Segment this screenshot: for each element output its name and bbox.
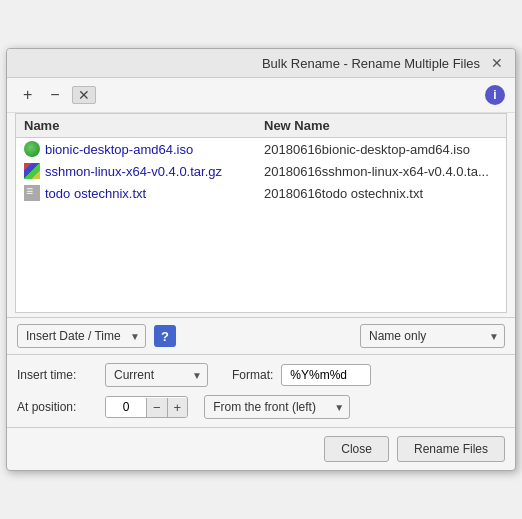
format-input[interactable] — [281, 364, 371, 386]
file-name-3: todo ostechnix.txt — [24, 185, 264, 201]
file-newname-3: 20180616todo ostechnix.txt — [264, 186, 498, 201]
clear-button[interactable]: ✕ — [72, 86, 96, 104]
add-button[interactable]: + — [17, 84, 38, 106]
insert-time-wrapper: Current File modified File created ▼ — [105, 363, 208, 387]
col-newname-header: New Name — [264, 118, 498, 133]
col-name-header: Name — [24, 118, 264, 133]
table-row[interactable]: todo ostechnix.txt 20180616todo ostechni… — [16, 182, 506, 204]
close-button[interactable]: Close — [324, 436, 389, 462]
remove-button[interactable]: − — [44, 84, 65, 106]
title-bar: Bulk Rename - Rename Multiple Files ✕ — [7, 49, 515, 78]
rename-files-button[interactable]: Rename Files — [397, 436, 505, 462]
options-panel: Insert time: Current File modified File … — [7, 354, 515, 427]
file-newname-2: 20180616sshmon-linux-x64-v0.4.0.ta... — [264, 164, 498, 179]
table-row[interactable]: sshmon-linux-x64-v0.4.0.tar.gz 20180616s… — [16, 160, 506, 182]
name-only-wrapper: Name only Name and extension Extension o… — [360, 324, 505, 348]
tar-icon — [24, 163, 40, 179]
name-only-select[interactable]: Name only Name and extension Extension o… — [360, 324, 505, 348]
insert-datetime-select[interactable]: Insert Date / Time — [17, 324, 146, 348]
close-window-button[interactable]: ✕ — [489, 55, 505, 71]
main-window: Bulk Rename - Rename Multiple Files ✕ + … — [6, 48, 516, 471]
at-position-label: At position: — [17, 400, 97, 414]
position-input[interactable] — [106, 397, 146, 417]
position-decrement-button[interactable]: − — [146, 398, 167, 417]
file-name-1: bionic-desktop-amd64.iso — [24, 141, 264, 157]
file-newname-1: 20180616bionic-desktop-amd64.iso — [264, 142, 498, 157]
format-label: Format: — [232, 368, 273, 382]
position-direction-wrapper: From the front (left) From the back (rig… — [204, 395, 350, 419]
options-row-position: At position: − + From the front (left) F… — [17, 395, 505, 419]
position-direction-select[interactable]: From the front (left) From the back (rig… — [204, 395, 350, 419]
help-button[interactable]: ? — [154, 325, 176, 347]
iso-icon — [24, 141, 40, 157]
toolbar: + − ✕ i — [7, 78, 515, 113]
footer-buttons: Close Rename Files — [7, 427, 515, 470]
window-title: Bulk Rename - Rename Multiple Files — [253, 56, 489, 71]
file-name-2: sshmon-linux-x64-v0.4.0.tar.gz — [24, 163, 264, 179]
insert-datetime-wrapper: Insert Date / Time ▼ — [17, 324, 146, 348]
insert-time-label: Insert time: — [17, 368, 97, 382]
info-button[interactable]: i — [485, 85, 505, 105]
position-increment-button[interactable]: + — [167, 398, 188, 417]
file-list-header: Name New Name — [16, 114, 506, 138]
bottom-toolbar: Insert Date / Time ▼ ? Name only Name an… — [7, 317, 515, 354]
txt-icon — [24, 185, 40, 201]
position-input-wrapper: − + — [105, 396, 188, 418]
file-list: Name New Name bionic-desktop-amd64.iso 2… — [15, 113, 507, 313]
table-row[interactable]: bionic-desktop-amd64.iso 20180616bionic-… — [16, 138, 506, 160]
options-row-time: Insert time: Current File modified File … — [17, 363, 505, 387]
insert-time-select[interactable]: Current File modified File created — [105, 363, 208, 387]
